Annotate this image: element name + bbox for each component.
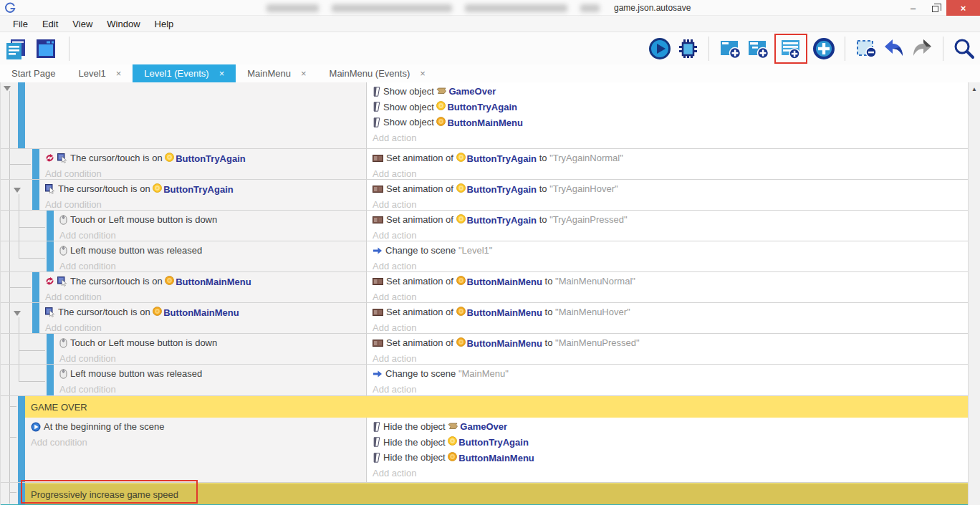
condition-line[interactable]: The cursor/touch is on ButtonMainMenu	[45, 274, 366, 289]
tab-close-icon[interactable]: ×	[301, 68, 307, 79]
conditions-cell[interactable]: Touch or Left mouse button is downAdd co…	[54, 211, 366, 241]
add-condition-button[interactable]: Add condition	[59, 382, 366, 396]
action-line[interactable]: Change to scene "MainMenu"	[373, 366, 969, 382]
tab-start-page[interactable]: Start Page	[0, 64, 67, 82]
condition-line[interactable]: Touch or Left mouse button is down	[59, 335, 366, 351]
add-condition-button[interactable]: Add condition	[45, 320, 366, 334]
actions-cell[interactable]: Set animation of ButtonTryAgain to "TryA…	[366, 180, 969, 210]
vertical-scrollbar[interactable]: ▲	[968, 82, 980, 505]
action-line[interactable]: Show object ButtonMainMenu	[373, 115, 969, 130]
actions-cell[interactable]: Set animation of ButtonMainMenu to "Main…	[366, 334, 969, 364]
undo-icon[interactable]	[883, 37, 905, 60]
comment-text[interactable]: GAME OVER	[25, 396, 969, 418]
action-line[interactable]: Hide the object ButtonMainMenu	[373, 450, 969, 466]
preview-play-icon[interactable]	[648, 37, 671, 60]
add-action-button[interactable]: Add action	[373, 382, 969, 396]
action-line[interactable]: Set animation of ButtonTryAgain to "TryA…	[373, 212, 969, 228]
conditions-cell[interactable]: The cursor/touch is on ButtonMainMenuAdd…	[39, 272, 366, 302]
search-icon[interactable]	[953, 37, 976, 60]
collapse-event-icon[interactable]	[14, 311, 21, 316]
condition-line[interactable]: At the beginning of the scene	[31, 419, 366, 435]
menu-item-help[interactable]: Help	[148, 17, 181, 31]
delete-event-icon[interactable]	[855, 37, 878, 60]
collapse-event-icon[interactable]	[14, 188, 21, 193]
tab-close-icon[interactable]: ×	[420, 68, 426, 79]
tab-close-icon[interactable]: ×	[116, 68, 122, 79]
comment-row[interactable]: GAME OVER	[1, 396, 969, 418]
condition-line[interactable]: The cursor/touch is on ButtonMainMenu	[45, 304, 366, 320]
condition-line[interactable]: Touch or Left mouse button is down	[59, 212, 366, 228]
comment-text[interactable]: Progressively increase game speed	[25, 483, 969, 504]
tab-close-icon[interactable]: ×	[219, 68, 225, 79]
add-action-button[interactable]: Add action	[373, 351, 969, 365]
add-sub-event-icon[interactable]	[746, 37, 769, 60]
add-action-button[interactable]: Add action	[373, 289, 969, 303]
comment-row[interactable]: Progressively increase game speed	[1, 483, 969, 504]
conditions-cell[interactable]	[25, 82, 366, 148]
add-action-button[interactable]: Add action	[373, 166, 969, 180]
conditions-cell[interactable]: The cursor/touch is on ButtonTryAgainAdd…	[39, 149, 366, 179]
condition-line[interactable]: The cursor/touch is on ButtonTryAgain	[45, 150, 366, 166]
add-action-button[interactable]: Add action	[373, 466, 969, 481]
collapse-event-icon[interactable]	[4, 86, 11, 91]
actions-cell[interactable]: Set animation of ButtonMainMenu to "Main…	[366, 303, 969, 333]
menu-item-view[interactable]: View	[65, 17, 100, 31]
actions-cell[interactable]: Change to scene "Level1"Add action	[366, 241, 969, 271]
add-action-button[interactable]: Add action	[373, 197, 969, 211]
action-line[interactable]: Set animation of ButtonTryAgain to "TryA…	[373, 150, 969, 166]
conditions-cell[interactable]: The cursor/touch is on ButtonMainMenuAdd…	[39, 303, 366, 333]
add-condition-button[interactable]: Add condition	[45, 166, 366, 180]
scroll-up-icon[interactable]: ▲	[971, 86, 977, 93]
conditions-cell[interactable]: Left mouse button was releasedAdd condit…	[54, 365, 366, 395]
start-page-icon[interactable]	[34, 37, 57, 60]
conditions-cell[interactable]: The cursor/touch is on ButtonTryAgainAdd…	[39, 180, 366, 210]
condition-line[interactable]: Left mouse button was released	[59, 243, 366, 259]
add-action-button[interactable]: Add action	[373, 130, 969, 146]
action-line[interactable]: Set animation of ButtonMainMenu to "Main…	[373, 274, 969, 289]
menu-item-edit[interactable]: Edit	[35, 17, 65, 31]
actions-cell[interactable]: Set animation of ButtonTryAgain to "TryA…	[366, 211, 969, 241]
tab-level1[interactable]: Level1×	[67, 64, 133, 82]
conditions-cell[interactable]: Touch or Left mouse button is downAdd co…	[54, 334, 366, 364]
condition-line[interactable]: Left mouse button was released	[59, 366, 366, 382]
close-button[interactable]: ×	[946, 0, 980, 16]
project-manager-icon[interactable]	[4, 37, 27, 60]
action-line[interactable]: Hide the object GameOver	[373, 419, 969, 435]
action-line[interactable]: Show object ButtonTryAgain	[373, 100, 969, 115]
actions-cell[interactable]: Hide the object GameOverHide the object …	[366, 418, 969, 482]
conditions-cell[interactable]: At the beginning of the sceneAdd conditi…	[25, 418, 366, 482]
actions-cell[interactable]: Show object GameOverShow object ButtonTr…	[366, 82, 969, 148]
add-action-button[interactable]: Add action	[373, 228, 969, 241]
add-comment-icon[interactable]	[779, 37, 802, 60]
action-line[interactable]: Set animation of ButtonMainMenu to "Main…	[373, 304, 969, 320]
actions-cell[interactable]: Set animation of ButtonTryAgain to "TryA…	[366, 149, 969, 179]
conditions-cell[interactable]: Left mouse button was releasedAdd condit…	[54, 241, 366, 271]
actions-cell[interactable]: Change to scene "MainMenu"Add action	[366, 365, 969, 395]
menu-item-window[interactable]: Window	[100, 17, 147, 31]
add-event-plus-icon[interactable]	[812, 37, 835, 60]
add-condition-button[interactable]: Add condition	[31, 435, 366, 451]
action-line[interactable]: Set animation of ButtonMainMenu to "Main…	[373, 335, 969, 351]
minimize-button[interactable]: –	[902, 0, 924, 16]
redo-icon[interactable]	[911, 37, 933, 60]
add-condition-button[interactable]: Add condition	[59, 228, 366, 241]
add-action-button[interactable]: Add action	[373, 320, 969, 334]
action-line[interactable]: Hide the object ButtonTryAgain	[373, 435, 969, 451]
action-line[interactable]: Change to scene "Level1"	[373, 243, 969, 259]
actions-cell[interactable]: Set animation of ButtonMainMenu to "Main…	[366, 272, 969, 302]
menu-item-file[interactable]: File	[6, 17, 35, 31]
debug-icon[interactable]	[676, 37, 699, 60]
add-condition-button[interactable]: Add condition	[59, 351, 366, 365]
condition-line[interactable]: The cursor/touch is on ButtonTryAgain	[45, 181, 366, 197]
tab-mainmenu-events-[interactable]: MainMenu (Events)×	[318, 64, 437, 82]
tab-mainmenu[interactable]: MainMenu×	[236, 64, 317, 82]
add-condition-button[interactable]: Add condition	[45, 197, 366, 211]
tab-level1-events-[interactable]: Level1 (Events)×	[133, 64, 236, 82]
add-condition-button[interactable]: Add condition	[59, 259, 366, 272]
add-standard-event-icon[interactable]	[719, 37, 741, 60]
action-line[interactable]: Show object GameOver	[373, 84, 969, 100]
restore-button[interactable]	[924, 0, 946, 16]
action-line[interactable]: Set animation of ButtonTryAgain to "TryA…	[373, 181, 969, 197]
add-action-button[interactable]: Add action	[373, 259, 969, 272]
add-condition-button[interactable]: Add condition	[45, 289, 366, 303]
